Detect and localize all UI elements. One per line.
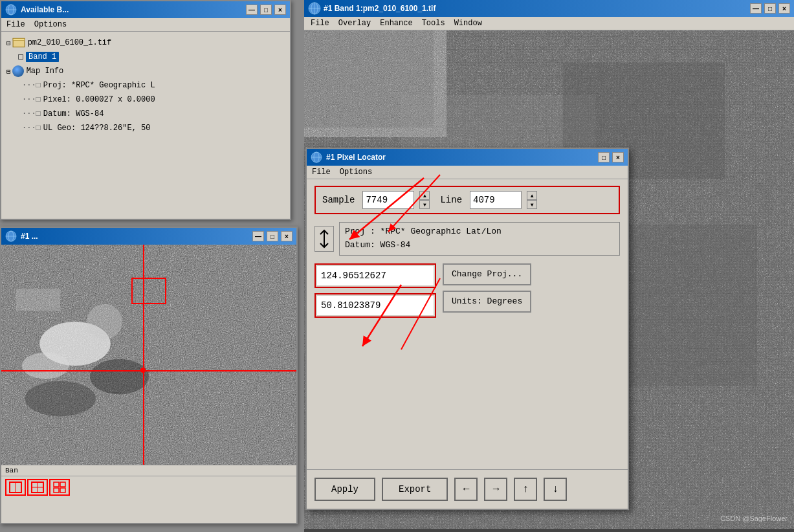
- latitude-value: 50.81023879: [321, 300, 380, 311]
- proj-info-line1: Proj : *RPC* Geographic Lat/Lon: [345, 225, 614, 239]
- main-menubar: File Overlay Enhance Tools Window: [304, 17, 794, 30]
- proj-info-line2: Datum: WGS-84: [345, 239, 614, 252]
- pixel-locator-dialog: #1 Pixel Locator □ × File Options Sample…: [305, 148, 629, 510]
- pl-menu-options[interactable]: Options: [340, 168, 372, 177]
- pl-minimize-btn[interactable]: □: [598, 152, 610, 162]
- avail-close-btn[interactable]: ×: [274, 5, 286, 15]
- watermark: CSDN @SageFlower: [720, 515, 788, 522]
- small-image-canvas: [1, 245, 296, 465]
- viewer-maximize-btn[interactable]: □: [267, 231, 278, 241]
- svg-rect-25: [16, 289, 60, 311]
- pixel-locator-menubar: File Options: [307, 166, 628, 179]
- small-viewer-icon: [5, 230, 17, 242]
- pixel-locator-footer: Apply Export ← → ↑ ↓: [307, 469, 628, 509]
- avail-minimize-btn[interactable]: —: [246, 5, 258, 15]
- band1-icon: [18, 54, 23, 60]
- main-maximize-btn[interactable]: □: [764, 3, 776, 14]
- tree-row-band1[interactable]: Band 1: [4, 50, 287, 64]
- line-value: 4079: [473, 195, 495, 205]
- latitude-field[interactable]: 50.81023879: [317, 296, 434, 315]
- nav-left-button[interactable]: ←: [454, 478, 478, 501]
- band1-label[interactable]: Band 1: [26, 52, 59, 62]
- main-window-titlebar: #1 Band 1:pm2_010_6100_1.tif — □ ×: [304, 0, 794, 17]
- apply-button[interactable]: Apply: [314, 478, 375, 501]
- sample-value: 7749: [366, 195, 388, 205]
- nav-right-button[interactable]: →: [484, 478, 507, 501]
- small-viewer-titlebar: #1 ... — □ ×: [1, 228, 296, 245]
- avail-maximize-btn[interactable]: □: [260, 5, 272, 15]
- line-up-btn[interactable]: ▲: [527, 191, 537, 200]
- viewer-minimize-btn[interactable]: —: [252, 231, 264, 241]
- layout-icon-3[interactable]: [49, 479, 70, 496]
- mapinfo-expand-icon: ⊟: [6, 67, 11, 76]
- tree-row-pixel: ···□ Pixel: 0.000027 x 0.0000: [4, 93, 287, 107]
- main-menu-tools[interactable]: Tools: [422, 19, 445, 28]
- tree-row-ulgeo: ···□ UL Geo: 124??8.26"E, 50: [4, 121, 287, 135]
- pl-close-btn[interactable]: ×: [612, 152, 624, 162]
- layout-icon-1[interactable]: [5, 479, 26, 496]
- available-bands-menubar: File Options: [1, 18, 290, 32]
- tree-area: ⊟ pm2_010_6100_1.tif Band 1 ⊟ Map Info ·…: [1, 32, 290, 139]
- svg-rect-32: [60, 482, 65, 487]
- nav-down-button[interactable]: ↓: [544, 478, 567, 501]
- pixel-locator-icon: [311, 151, 322, 163]
- svg-rect-34: [60, 488, 65, 493]
- change-proj-button[interactable]: Change Proj...: [443, 263, 531, 285]
- mapinfo-globe-icon: [12, 65, 24, 77]
- sample-value-field[interactable]: 7749: [362, 191, 414, 209]
- sample-label: Sample: [322, 195, 355, 205]
- main-menu-enhance[interactable]: Enhance: [380, 19, 412, 28]
- avail-menu-file[interactable]: File: [6, 20, 25, 29]
- main-window-icon: [308, 2, 321, 15]
- available-bands-title: Available B...: [21, 5, 69, 14]
- longitude-wrapper: 124.96512627: [314, 263, 436, 288]
- latitude-wrapper: 50.81023879: [314, 293, 436, 318]
- svg-rect-33: [54, 488, 59, 493]
- line-label: Line: [440, 195, 462, 205]
- main-menu-window[interactable]: Window: [454, 19, 482, 28]
- sample-up-btn[interactable]: ▲: [419, 191, 430, 200]
- svg-rect-31: [54, 482, 59, 487]
- export-button[interactable]: Export: [382, 478, 448, 501]
- main-menu-file[interactable]: File: [311, 19, 329, 28]
- main-minimize-btn[interactable]: —: [750, 3, 762, 14]
- layout-icons-group: [5, 479, 70, 496]
- avail-menu-options[interactable]: Options: [34, 20, 67, 29]
- longitude-field[interactable]: 124.96512627: [317, 266, 434, 285]
- coords-fields: 124.96512627 50.81023879: [314, 263, 436, 318]
- svg-point-22: [87, 304, 122, 339]
- main-window-controls: — □ ×: [750, 3, 790, 14]
- tree-row-proj: ···□ Proj: *RPC* Geographic L: [4, 78, 287, 93]
- proj-info-box: Proj : *RPC* Geographic Lat/Lon Datum: W…: [339, 222, 620, 256]
- svg-rect-15: [13, 38, 25, 40]
- crosshair-dot: [140, 368, 146, 373]
- available-bands-icon: [5, 4, 17, 16]
- tree-row-mapinfo[interactable]: ⊟ Map Info: [4, 64, 287, 78]
- coords-area: 124.96512627 50.81023879 Change Proj... …: [314, 263, 620, 318]
- line-value-field[interactable]: 4079: [470, 191, 522, 209]
- tree-row-datum: ···□ Datum: WGS-84: [4, 107, 287, 121]
- swap-arrows-icon[interactable]: [314, 226, 334, 252]
- nav-up-button[interactable]: ↑: [514, 478, 537, 501]
- sample-spinner[interactable]: ▲ ▼: [419, 191, 430, 209]
- sample-down-btn[interactable]: ▼: [419, 200, 430, 209]
- layout-icon-2[interactable]: [27, 479, 48, 496]
- root-file-label: pm2_010_6100_1.tif: [28, 38, 112, 47]
- units-button[interactable]: Units: Degrees: [443, 291, 531, 313]
- svg-point-24: [25, 381, 95, 416]
- main-close-btn[interactable]: ×: [778, 3, 790, 14]
- longitude-value: 124.96512627: [321, 271, 386, 281]
- available-bands-titlebar: Available B... — □ ×: [1, 1, 290, 18]
- available-bands-window: Available B... — □ × File Options ⊟ pm2_…: [0, 0, 291, 220]
- available-bands-controls: — □ ×: [246, 5, 286, 15]
- pl-menu-file[interactable]: File: [312, 168, 331, 177]
- pixel-locator-content: Sample 7749 ▲ ▼ Line 4079 ▲ ▼: [307, 179, 628, 331]
- tree-row-root[interactable]: ⊟ pm2_010_6100_1.tif: [4, 36, 287, 50]
- mapinfo-label: Map Info: [27, 67, 64, 76]
- line-down-btn[interactable]: ▼: [527, 200, 537, 209]
- line-spinner[interactable]: ▲ ▼: [527, 191, 537, 209]
- main-menu-overlay[interactable]: Overlay: [338, 19, 371, 28]
- crosshair-horizontal: [1, 370, 296, 371]
- viewer-close-btn[interactable]: ×: [281, 231, 292, 241]
- small-viewer-controls: — □ ×: [252, 231, 292, 241]
